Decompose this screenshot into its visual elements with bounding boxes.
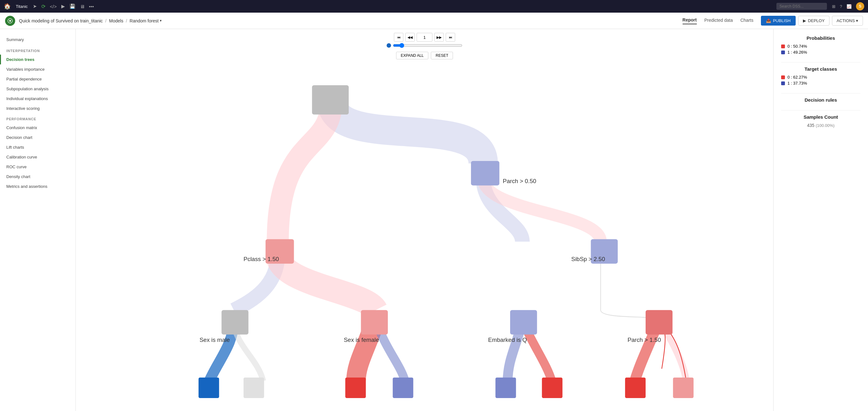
probabilities-section: Probabilities 0 : 50.74% 1 : 49.26%	[781, 35, 861, 55]
help-icon[interactable]: ?	[840, 4, 842, 9]
embarked-label: Embarked is Q	[488, 337, 527, 343]
target-1-row: 1 : 37.73%	[781, 81, 861, 85]
topbar-right: ⊞ ? 📈 S	[832, 2, 864, 10]
chevron-down-icon: ▾	[160, 19, 162, 23]
target-classes-title: Target classes	[781, 66, 861, 72]
parch-node[interactable]	[471, 161, 499, 185]
page-input[interactable]	[416, 33, 432, 42]
sidebar-item-metrics-assertions[interactable]: Metrics and assertions	[0, 181, 75, 191]
avatar[interactable]: S	[856, 2, 864, 10]
save-icon[interactable]: 💾	[69, 3, 75, 9]
deploy-play-icon: ▶	[803, 18, 806, 23]
sidebar-item-density-chart[interactable]: Density chart	[0, 172, 75, 181]
target-1-label: 1 : 37.73%	[787, 81, 807, 85]
breadcrumb-project[interactable]: Quick modeling of Survived on train_tita…	[19, 18, 103, 23]
publish-button[interactable]: 📤 PUBLISH	[761, 16, 796, 26]
sidebar-item-roc-curve[interactable]: ROC curve	[0, 162, 75, 172]
more-icon[interactable]: •••	[89, 4, 94, 9]
sex-female-node[interactable]	[361, 310, 388, 334]
sex-female-label: Sex is female	[344, 337, 379, 343]
leaf-5	[496, 378, 516, 398]
samples-count-title: Samples Count	[781, 114, 861, 119]
leaf-6	[542, 378, 563, 398]
sidebar-item-lift-charts[interactable]: Lift charts	[0, 142, 75, 152]
actions-label: ACTIONS	[837, 18, 855, 23]
main-layout: Summary INTERPRETATION Decision trees Va…	[0, 29, 868, 411]
search-input[interactable]	[776, 3, 827, 10]
project-title: Titanic	[16, 4, 28, 9]
dss-logo	[5, 16, 15, 26]
tree-action-buttons: EXPAND ALL RESET	[396, 52, 453, 59]
subbar: Quick modeling of Survived on train_tita…	[0, 13, 868, 29]
code-icon[interactable]: </>	[50, 4, 57, 9]
publish-icon: 📤	[766, 18, 771, 23]
decision-tree-svg: Parch > 0.50 Pclass > 1.50 SibSp > 2.50 …	[82, 66, 767, 411]
subbar-tabs: Report Predicted data Charts	[683, 18, 754, 24]
pclass-label: Pclass > 1.50	[244, 256, 279, 262]
samples-number: 435	[807, 123, 814, 128]
breadcrumb-models[interactable]: Models	[109, 18, 123, 23]
topbar-icons: ➤ ⟳ </> ▶ 💾 🖥 •••	[33, 3, 94, 9]
deploy-label: DEPLOY	[808, 18, 825, 23]
publish-label: PUBLISH	[773, 18, 790, 23]
grid-icon[interactable]: ⊞	[832, 4, 835, 9]
sidebar-item-subpopulation-analysis[interactable]: Subpopulation analysis	[0, 84, 75, 94]
prob-0-label: 0 : 50.74%	[787, 44, 807, 48]
sidebar-item-summary[interactable]: Summary	[0, 34, 75, 45]
expand-all-button[interactable]: EXPAND ALL	[396, 52, 428, 59]
sidebar-item-decision-trees[interactable]: Decision trees	[0, 55, 75, 64]
breadcrumb-model[interactable]: Random forest ▾	[129, 18, 162, 23]
samples-count-value: 435 (100.00%)	[781, 123, 861, 128]
leaf-3	[345, 378, 366, 398]
next-page-button[interactable]: ▶▶	[434, 33, 444, 42]
breadcrumb-sep-2: /	[126, 18, 127, 23]
sex-male-node[interactable]	[221, 310, 248, 334]
breadcrumb-sep-1: /	[105, 18, 106, 23]
parch150-label: Parch > 1.50	[628, 337, 661, 343]
monitor-icon[interactable]: 🖥	[80, 4, 85, 9]
divider-2	[781, 93, 861, 94]
target-0-row: 0 : 62.27%	[781, 75, 861, 79]
reset-button[interactable]: RESET	[431, 52, 453, 59]
trend-icon[interactable]: 📈	[846, 4, 851, 9]
sidebar-item-interactive-scoring[interactable]: Interactive scoring	[0, 104, 75, 113]
sidebar-item-confusion-matrix[interactable]: Confusion matrix	[0, 123, 75, 133]
app-logo-icon: 🏠	[4, 3, 11, 10]
subbar-actions: 📤 PUBLISH ▶ DEPLOY ACTIONS ▾	[761, 16, 863, 26]
target-classes-section: Target classes 0 : 62.27% 1 : 37.73%	[781, 66, 861, 85]
embarked-node[interactable]	[510, 310, 537, 334]
right-panel: Probabilities 0 : 50.74% 1 : 49.26% Targ…	[773, 29, 868, 411]
depth-slider[interactable]	[393, 43, 462, 48]
sidebar-item-individual-explanations[interactable]: Individual explanations	[0, 94, 75, 104]
root-node[interactable]	[312, 85, 349, 114]
sidebar-item-calibration-curve[interactable]: Calibration curve	[0, 152, 75, 162]
recycle-icon[interactable]: ⟳	[41, 3, 45, 9]
leaf-4	[393, 378, 413, 398]
sidebar: Summary INTERPRETATION Decision trees Va…	[0, 29, 76, 411]
first-page-button[interactable]: ⏮	[394, 33, 403, 42]
prob-1-label: 1 : 49.26%	[787, 50, 807, 55]
prev-page-button[interactable]: ◀◀	[405, 33, 415, 42]
sidebar-item-variables-importance[interactable]: Variables importance	[0, 64, 75, 74]
samples-section: Samples Count 435 (100.00%)	[781, 114, 861, 128]
prob-0-row: 0 : 50.74%	[781, 44, 861, 48]
sidebar-item-decision-chart[interactable]: Decision chart	[0, 133, 75, 142]
breadcrumb: Quick modeling of Survived on train_tita…	[19, 18, 162, 23]
leaf-7	[625, 378, 646, 398]
parch-label: Parch > 0.50	[503, 178, 536, 184]
last-page-button[interactable]: ⏭	[446, 33, 455, 42]
actions-button[interactable]: ACTIONS ▾	[832, 16, 863, 26]
play-icon[interactable]: ▶	[61, 3, 65, 9]
decision-rules-title: Decision rules	[781, 97, 861, 103]
leaf-2	[244, 378, 264, 398]
parch150-node[interactable]	[646, 310, 673, 334]
sidebar-item-partial-dependence[interactable]: Partial dependence	[0, 74, 75, 84]
leaf-8	[673, 378, 694, 398]
tab-charts[interactable]: Charts	[740, 18, 753, 24]
tab-predicted-data[interactable]: Predicted data	[704, 18, 733, 24]
pagination-controls: ⏮ ◀◀ ▶▶ ⏭	[394, 33, 455, 42]
deploy-button[interactable]: ▶ DEPLOY	[798, 16, 830, 26]
tab-report[interactable]: Report	[683, 18, 697, 24]
arrow-icon[interactable]: ➤	[33, 3, 37, 9]
sex-male-label: Sex is male	[199, 337, 230, 343]
